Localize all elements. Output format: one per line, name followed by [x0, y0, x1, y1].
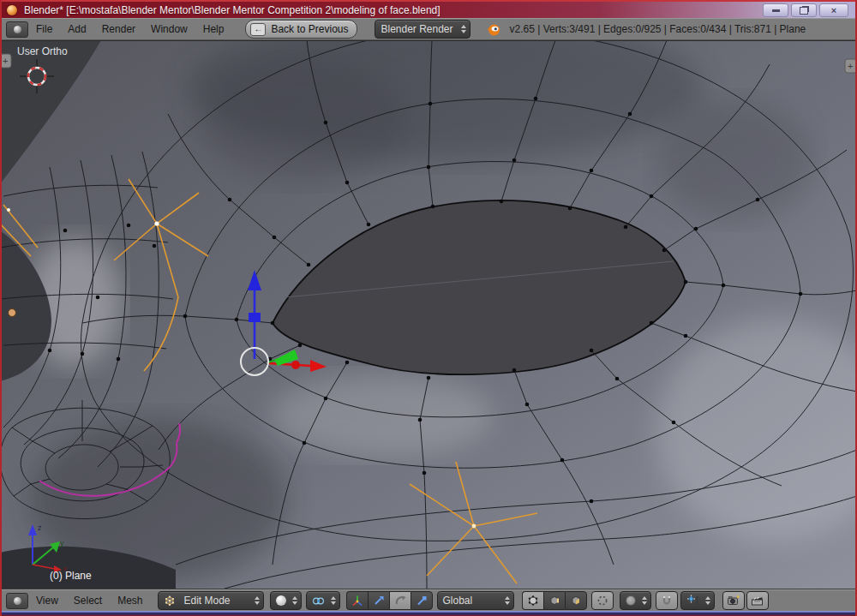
editor-type-button[interactable]	[6, 593, 28, 609]
active-object-label: (0) Plane	[50, 570, 92, 582]
dropdown-arrows-icon	[505, 596, 510, 605]
back-arrow-icon: ←	[250, 23, 266, 36]
back-to-previous-button[interactable]: ← Back to Previous	[245, 20, 357, 39]
gizmo-z-label: z	[38, 523, 42, 532]
back-to-previous-label: Back to Previous	[271, 23, 348, 35]
orientation-select[interactable]: Global	[437, 591, 514, 610]
rotate-manipulator-icon	[394, 595, 406, 607]
window-controls: ×	[763, 3, 848, 17]
window-close-icon: ×	[831, 6, 836, 15]
blender-window: Blender* [E:\mostafa\Blender Mentor\Blen…	[0, 0, 857, 616]
dropdown-arrows-icon	[255, 596, 260, 605]
snap-magnet-icon	[661, 595, 673, 607]
manipulator-toggle-button[interactable]	[346, 591, 368, 610]
window-restore-icon	[800, 7, 808, 15]
viewport-header: View Select Mesh Edit Mode	[0, 589, 857, 613]
dropdown-arrows-icon	[705, 596, 710, 605]
blender-logo-icon	[486, 22, 500, 37]
window-border-bottom	[0, 611, 857, 616]
blender-app-icon	[7, 5, 17, 15]
render-engine-select[interactable]: Blender Render	[375, 20, 470, 39]
proportional-edit-icon	[626, 595, 636, 606]
gizmo-y-label: y	[60, 539, 64, 547]
mode-select[interactable]: Edit Mode	[158, 591, 264, 610]
menu-mesh[interactable]: Mesh	[110, 595, 150, 607]
menu-select[interactable]: Select	[66, 595, 110, 607]
window-border-top	[0, 0, 857, 2]
window-minimize-icon	[772, 9, 780, 12]
opengl-render-icon	[727, 595, 740, 607]
menu-file[interactable]: File	[28, 23, 60, 35]
minimize-button[interactable]	[763, 3, 788, 17]
titlebar[interactable]: Blender* [E:\mostafa\Blender Mentor\Blen…	[0, 2, 857, 18]
menu-window[interactable]: Window	[143, 23, 195, 35]
opengl-anim-render-button[interactable]	[746, 591, 769, 610]
translate-manipulator-icon	[373, 595, 385, 607]
orientation-select-value: Global	[443, 595, 473, 607]
menu-view[interactable]: View	[28, 595, 66, 607]
snap-toggle-button[interactable]	[656, 591, 678, 610]
dropdown-arrows-icon	[292, 596, 297, 605]
dropdown-arrows-icon	[331, 596, 336, 605]
opengl-anim-render-icon	[751, 595, 764, 607]
snap-target-select[interactable]	[680, 591, 715, 610]
edge-select-button[interactable]	[543, 591, 565, 610]
edge-select-icon	[548, 595, 560, 607]
mode-cube-icon	[164, 595, 176, 607]
window-title: Blender* [E:\mostafa\Blender Mentor\Blen…	[24, 4, 440, 16]
dropdown-arrows-icon	[461, 25, 466, 33]
snap-target-icon	[686, 595, 699, 607]
proportional-edit-select[interactable]	[620, 591, 651, 610]
editor-type-icon	[14, 597, 21, 605]
viewport-canvas[interactable]: z y x User Ortho (0) Plane + +	[0, 40, 857, 589]
occlude-geometry-icon	[596, 595, 608, 607]
menu-help[interactable]: Help	[195, 23, 232, 35]
occlude-geometry-button[interactable]	[591, 591, 614, 610]
shading-sphere-icon	[276, 595, 286, 606]
render-engine-value: Blender Render	[381, 23, 452, 35]
select-mode-buttons	[522, 591, 587, 610]
menu-render[interactable]: Render	[94, 23, 143, 35]
window-border-left	[0, 0, 2, 616]
opengl-render-button[interactable]	[722, 591, 745, 610]
scene-stats: v2.65 | Verts:3/491 | Edges:0/925 | Face…	[509, 23, 806, 35]
object-origin-dot	[9, 309, 16, 317]
viewport-shading-select[interactable]	[270, 591, 302, 610]
manipulator-buttons	[346, 591, 433, 610]
pivot-median-icon	[312, 595, 325, 607]
editor-type-button[interactable]	[6, 21, 28, 38]
scale-manipulator-button[interactable]	[411, 591, 433, 610]
face-select-icon	[570, 595, 582, 607]
pivot-point-select[interactable]	[306, 591, 340, 610]
expand-region-icon: +	[3, 56, 8, 66]
translate-manipulator-button[interactable]	[368, 591, 389, 610]
viewport-3d[interactable]: z y x User Ortho (0) Plane + +	[0, 40, 857, 589]
vertex-select-icon	[527, 595, 539, 607]
dropdown-arrows-icon	[642, 596, 647, 605]
manipulator-axes-icon	[351, 595, 363, 607]
editor-type-icon	[14, 26, 21, 33]
expand-region-icon: +	[848, 61, 853, 71]
info-header: File Add Render Window Help ← Back to Pr…	[0, 18, 857, 41]
close-button[interactable]: ×	[819, 3, 848, 17]
face-select-button[interactable]	[565, 591, 587, 610]
view-mode-label: User Ortho	[17, 45, 68, 57]
mode-select-value: Edit Mode	[184, 595, 249, 607]
menu-add[interactable]: Add	[60, 23, 93, 35]
scale-manipulator-icon	[416, 595, 428, 607]
rotate-manipulator-button[interactable]	[389, 591, 411, 610]
restore-button[interactable]	[791, 3, 817, 17]
vertex-select-button[interactable]	[522, 591, 543, 610]
